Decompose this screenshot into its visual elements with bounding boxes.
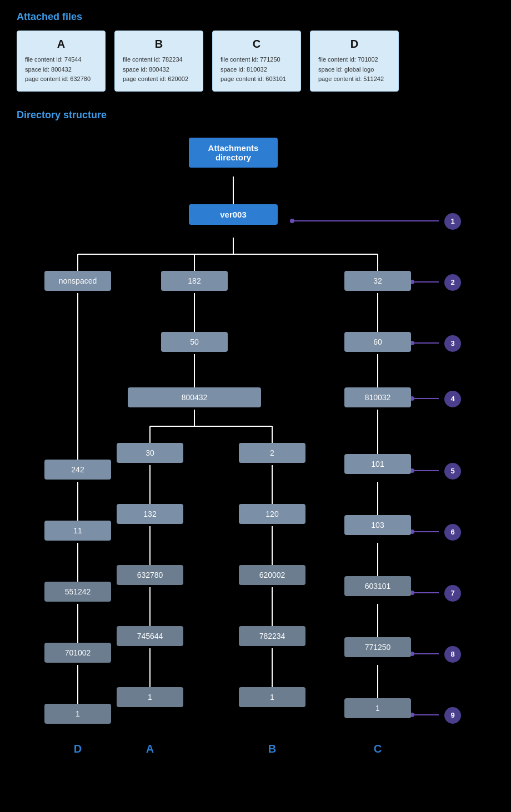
badge-5: 5: [444, 463, 461, 480]
file-card-A-info: file content id: 74544 space id: 800432 …: [25, 55, 97, 84]
node-120: 120: [239, 504, 305, 524]
badge-2: 2: [444, 274, 461, 291]
tree-layout: Attachments directory ver003 1 nonspaced…: [17, 132, 483, 770]
badge-8: 8: [444, 646, 461, 663]
node-771250: 771250: [344, 637, 411, 657]
badge-7: 7: [444, 585, 461, 602]
node-632780: 632780: [117, 565, 183, 585]
node-701002: 701002: [44, 643, 111, 663]
node-182: 182: [161, 271, 228, 291]
svg-point-34: [290, 219, 294, 223]
node-620002: 620002: [239, 565, 305, 585]
file-cards-container: A file content id: 74544 space id: 80043…: [17, 31, 494, 92]
file-card-B-info: file content id: 782234 space id: 800432…: [123, 55, 195, 84]
node-132: 132: [117, 504, 183, 524]
node-242: 242: [44, 460, 111, 480]
node-2: 2: [239, 443, 305, 463]
file-card-C-info: file content id: 771250 space id: 810032…: [221, 55, 293, 84]
file-card-B: B file content id: 782234 space id: 8004…: [114, 31, 203, 92]
node-603101: 603101: [344, 576, 411, 596]
node-root: Attachments directory: [189, 138, 278, 168]
node-810032: 810032: [344, 387, 411, 407]
file-card-D: D file content id: 701002 space id: glob…: [310, 31, 399, 92]
node-101: 101: [344, 454, 411, 474]
node-782234: 782234: [239, 626, 305, 646]
file-card-C: C file content id: 771250 space id: 8100…: [212, 31, 301, 92]
node-103: 103: [344, 515, 411, 535]
node-50: 50: [161, 332, 228, 352]
node-11: 11: [44, 521, 111, 541]
section-directory: Directory structure: [17, 109, 494, 770]
file-card-D-info: file content id: 701002 space id: global…: [318, 55, 390, 84]
node-30: 30: [117, 443, 183, 463]
node-551242: 551242: [44, 582, 111, 602]
node-32: 32: [344, 271, 411, 291]
badge-6: 6: [444, 524, 461, 541]
badge-9: 9: [444, 707, 461, 724]
node-ver003: ver003: [189, 204, 278, 225]
col-label-D: D: [44, 743, 111, 755]
file-card-D-title: D: [318, 38, 390, 51]
directory-title: Directory structure: [17, 109, 494, 121]
badge-1: 1: [444, 213, 461, 230]
node-1-D: 1: [44, 704, 111, 724]
badge-4: 4: [444, 391, 461, 407]
node-nonspaced: nonspaced: [44, 271, 111, 291]
section-attached-files: Attached files A file content id: 74544 …: [17, 11, 494, 92]
node-800432: 800432: [128, 387, 261, 407]
node-745644: 745644: [117, 626, 183, 646]
node-1-C: 1: [344, 698, 411, 718]
attached-files-title: Attached files: [17, 11, 494, 23]
file-card-A: A file content id: 74544 space id: 80043…: [17, 31, 106, 92]
col-label-C: C: [344, 743, 411, 755]
file-card-B-title: B: [123, 38, 195, 51]
node-1-B: 1: [239, 687, 305, 707]
col-label-B: B: [239, 743, 305, 755]
file-card-C-title: C: [221, 38, 293, 51]
badge-3: 3: [444, 335, 461, 352]
node-60: 60: [344, 332, 411, 352]
file-card-A-title: A: [25, 38, 97, 51]
node-1-A: 1: [117, 687, 183, 707]
col-label-A: A: [117, 743, 183, 755]
